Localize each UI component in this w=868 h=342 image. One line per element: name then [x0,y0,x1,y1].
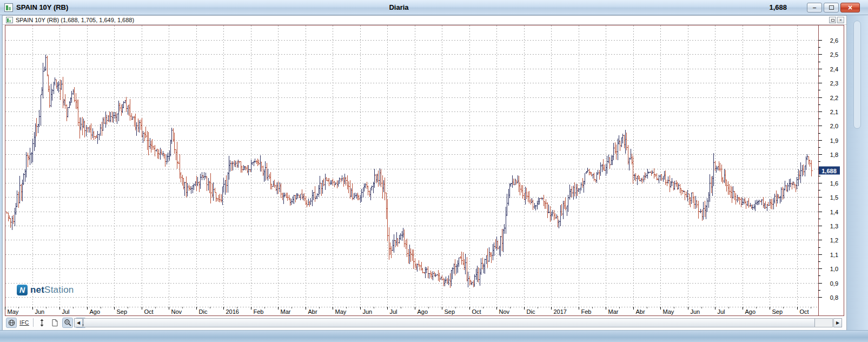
chart-globe-icon[interactable] [6,318,17,328]
svg-text:May: May [663,308,674,315]
minimize-button[interactable]: – [807,3,822,12]
svg-text:Nov: Nov [171,308,182,315]
window-title-periodicity: Diaria [0,3,798,11]
svg-text:May: May [335,308,347,315]
scroll-left-button[interactable]: ◀ [74,318,83,327]
ohlc-chart[interactable]: 2,62,52,42,32,22,12,01,91,81,71,61,51,41… [5,25,844,316]
chart-area[interactable]: 2,62,52,42,32,22,12,01,91,81,71,61,51,41… [5,25,844,316]
svg-text:1,8: 1,8 [830,152,838,158]
svg-text:Abr: Abr [636,308,645,315]
svg-text:2016: 2016 [226,308,239,315]
svg-text:Mar: Mar [281,308,291,315]
window-titlebar[interactable]: SPAIN 10Y (RB) Diaria 1,688 – × [0,0,868,15]
x-axis[interactable]: MayJunJulAgoSepOctNovDic2016FebMarAbrMay… [5,307,811,315]
svg-text:Dic: Dic [199,308,208,315]
svg-text:Oct: Oct [144,308,154,315]
ohlc-bars [6,55,813,288]
svg-text:Jul: Jul [390,308,397,315]
insert-object-icon[interactable] [49,318,60,328]
svg-text:Feb: Feb [581,308,592,315]
svg-text:Feb: Feb [254,308,264,315]
svg-text:Jun: Jun [363,308,373,315]
svg-text:Jun: Jun [691,308,700,315]
svg-text:Jul: Jul [718,308,725,315]
chart-icon [6,17,13,23]
mdi-vertical-scrollbar[interactable] [853,21,861,129]
svg-text:2,0: 2,0 [830,123,838,129]
svg-text:Ago: Ago [745,308,756,315]
svg-text:2017: 2017 [554,308,567,315]
horizontal-scrollbar-thumb[interactable] [84,319,815,327]
svg-text:Ago: Ago [90,308,101,315]
fit-vertical-icon[interactable] [36,318,47,328]
chart-toolbar: IFC ◀ ▶ [3,316,846,330]
netstation-logo-icon: N [17,285,28,295]
svg-text:2,6: 2,6 [830,37,838,44]
svg-text:Jun: Jun [35,308,45,315]
svg-text:2,1: 2,1 [830,109,838,115]
svg-text:Abr: Abr [308,308,317,315]
window-bottom-frame [0,330,868,342]
maximize-button[interactable] [824,3,839,12]
netstation-logo: N netStation [17,285,74,295]
price-tag: 1,688 [819,167,840,175]
svg-text:Mar: Mar [608,308,619,315]
svg-text:1,9: 1,9 [830,137,838,144]
svg-text:1,0: 1,0 [830,266,838,272]
svg-text:Ago: Ago [418,308,428,315]
svg-text:Oct: Oct [472,308,481,315]
chart-close-button[interactable]: × [837,17,844,23]
svg-text:Oct: Oct [800,308,809,315]
zoom-out-icon[interactable] [62,318,73,328]
svg-text:2,5: 2,5 [830,51,838,58]
svg-text:1,1: 1,1 [830,252,838,258]
svg-text:Sep: Sep [445,308,455,315]
close-button[interactable]: × [840,3,860,12]
svg-text:May: May [8,308,19,315]
svg-text:0,9: 0,9 [830,280,838,287]
svg-text:1,2: 1,2 [830,237,838,244]
titlebar-last-price: 1,688 [754,3,787,11]
svg-text:2,4: 2,4 [830,66,838,73]
chart-restore-button[interactable] [829,17,836,23]
ifc-indicator-icon[interactable]: IFC [19,318,30,328]
svg-text:1,688: 1,688 [821,168,837,174]
restore-icon [831,19,834,22]
grid [5,25,818,306]
chart-child-window: SPAIN 10Y (RB) (1,688, 1,705, 1,649, 1,6… [2,15,847,330]
toolbar-separator [33,318,34,327]
scroll-right-button[interactable]: ▶ [833,318,842,327]
application-window: SPAIN 10Y (RB) Diaria 1,688 – × SPAIN 10… [0,0,868,342]
chart-window-header[interactable]: SPAIN 10Y (RB) (1,688, 1,705, 1,649, 1,6… [3,16,846,25]
svg-text:Jul: Jul [62,308,70,315]
svg-text:Dic: Dic [527,308,535,315]
svg-text:Nov: Nov [499,308,510,315]
svg-text:Sep: Sep [117,308,128,315]
svg-text:Sep: Sep [772,308,783,315]
window-title-symbol: SPAIN 10Y (RB) [16,3,68,11]
svg-text:1,5: 1,5 [830,194,838,201]
svg-text:2,3: 2,3 [830,80,838,87]
mdi-right-area [847,15,868,330]
netstation-logo-text: netStation [30,285,74,295]
svg-text:1,3: 1,3 [830,223,838,229]
chart-window-title: SPAIN 10Y (RB) (1,688, 1,705, 1,649, 1,6… [16,17,134,23]
app-chart-icon [4,3,13,12]
svg-text:2,2: 2,2 [830,95,838,101]
horizontal-scrollbar-track[interactable] [83,318,833,327]
svg-text:1,4: 1,4 [830,209,838,215]
maximize-icon [829,5,834,10]
svg-text:1,6: 1,6 [830,180,838,187]
svg-text:0,8: 0,8 [830,294,838,301]
